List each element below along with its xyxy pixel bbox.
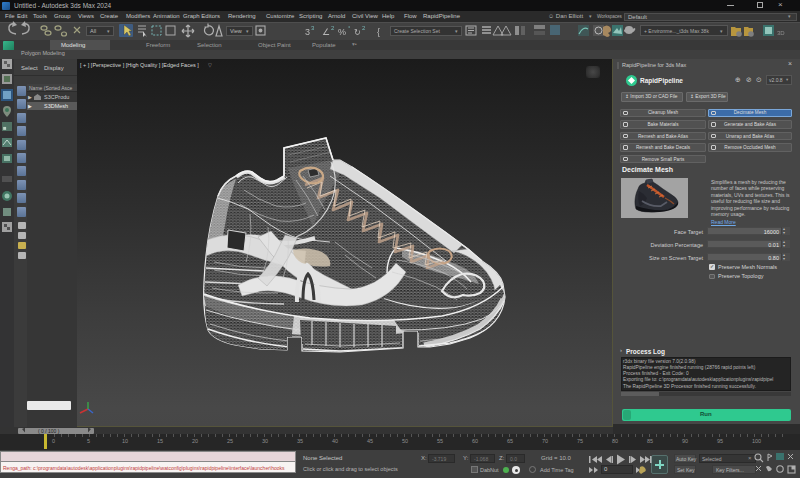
svg-text:%: %: [338, 27, 346, 37]
svg-text:■: ■: [3, 125, 7, 131]
svg-text:3: 3: [311, 25, 315, 31]
svg-text:2: 2: [362, 25, 366, 31]
svg-text:↻: ↻: [354, 28, 361, 37]
svg-text:2: 2: [331, 25, 335, 31]
svg-text:3: 3: [305, 27, 310, 37]
svg-text:{: {: [377, 27, 380, 37]
svg-text:3D: 3D: [777, 30, 785, 36]
svg-text:°: °: [348, 25, 351, 31]
svg-text:∠: ∠: [322, 27, 330, 37]
